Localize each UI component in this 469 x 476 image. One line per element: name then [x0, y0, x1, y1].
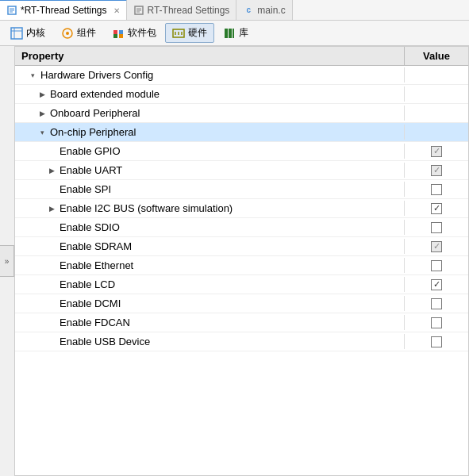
row-property: Enable USB Device — [15, 334, 405, 349]
row-label: Enable I2C BUS (software simulation) — [60, 202, 233, 214]
row-label: Enable FDCAN — [60, 317, 130, 328]
collapse-arrow-icon: » — [5, 257, 10, 266]
row-value[interactable] — [405, 144, 468, 159]
row-value[interactable] — [405, 202, 468, 216]
svg-rect-16 — [119, 34, 123, 38]
checkbox-enable-dcmi[interactable] — [431, 298, 442, 309]
row-value — [405, 131, 468, 134]
toolbar-package-label: 软件包 — [128, 26, 156, 40]
row-value[interactable] — [405, 240, 468, 254]
toolbar-component-btn[interactable]: 组件 — [54, 23, 103, 43]
kernel-icon — [10, 27, 23, 40]
row-property: Enable SDIO — [15, 220, 405, 235]
table-row[interactable]: Enable SPI — [15, 180, 468, 199]
row-label: Enable SDIO — [60, 221, 120, 233]
row-property: ▶ Enable UART — [15, 163, 405, 178]
row-property: ▾ On-chip Peripheral — [15, 125, 405, 140]
toolbar-lib-btn[interactable]: 库 — [216, 23, 256, 43]
row-value[interactable] — [405, 182, 468, 197]
table-row[interactable]: Enable SDRAM — [15, 237, 468, 256]
row-value[interactable] — [405, 259, 468, 273]
row-property: Enable GPIO — [15, 144, 405, 159]
expand-right-icon[interactable]: ▶ — [47, 166, 56, 175]
table-row[interactable]: Enable DCMI — [15, 294, 468, 313]
row-label: Enable GPIO — [60, 145, 121, 157]
row-value[interactable] — [405, 221, 468, 235]
tab-active-label: *RT-Thread Settings — [21, 5, 107, 16]
checkbox-enable-uart[interactable] — [431, 165, 442, 176]
row-label: Hardware Drivers Config — [40, 69, 153, 81]
table-row[interactable]: ▾ Hardware Drivers Config — [15, 66, 468, 85]
checkbox-enable-spi[interactable] — [431, 184, 442, 195]
checkbox-enable-fdcan[interactable] — [431, 317, 442, 328]
svg-rect-23 — [233, 29, 234, 38]
checkbox-enable-sdram[interactable] — [431, 241, 442, 252]
tab-main-c[interactable]: c main.c — [236, 0, 292, 20]
row-value[interactable] — [405, 278, 468, 292]
table-row[interactable]: Enable GPIO — [15, 142, 468, 161]
table-row[interactable]: Enable SDIO — [15, 218, 468, 237]
tab-active-close[interactable]: ✕ — [113, 6, 120, 15]
main-content: » Property Value ▾ Hardware Drivers Conf… — [0, 46, 469, 476]
table-row[interactable]: Enable Ethernet — [15, 256, 468, 275]
hardware-icon — [172, 27, 185, 40]
expand-down-icon[interactable]: ▾ — [28, 71, 37, 80]
row-label: Enable Ethernet — [60, 259, 133, 271]
row-property: Enable SDRAM — [15, 239, 405, 254]
row-label: Board extended module — [50, 88, 160, 100]
row-property: ▾ Hardware Drivers Config — [15, 67, 405, 83]
table-row[interactable]: Enable LCD — [15, 275, 468, 294]
table-row[interactable]: ▾ On-chip Peripheral — [15, 123, 468, 142]
tab-active-settings[interactable]: *RT-Thread Settings ✕ — [0, 0, 127, 20]
tab-main-c-label: main.c — [257, 5, 285, 16]
settings-icon-active — [6, 5, 17, 16]
settings-icon-inactive — [133, 5, 144, 16]
collapse-arrow-btn[interactable]: » — [0, 245, 14, 277]
table-row[interactable]: ▶ Enable I2C BUS (software simulation) — [15, 199, 468, 218]
toolbar-package-btn[interactable]: 软件包 — [105, 23, 163, 43]
row-value[interactable] — [405, 297, 468, 311]
toolbar-hardware-btn[interactable]: 硬件 — [165, 23, 214, 43]
row-label: Enable LCD — [60, 278, 115, 290]
toolbar-lib-label: 库 — [239, 26, 248, 40]
toolbar-kernel-btn[interactable]: 内核 — [3, 23, 52, 43]
expand-right-icon[interactable]: ▶ — [37, 90, 47, 99]
row-label: Onboard Peripheral — [50, 107, 140, 119]
row-property: Enable FDCAN — [15, 315, 405, 330]
svg-point-12 — [66, 32, 69, 35]
svg-rect-15 — [113, 34, 117, 38]
expand-down-icon[interactable]: ▾ — [37, 128, 47, 137]
row-label: On-chip Peripheral — [50, 126, 136, 138]
table-row[interactable]: ▶ Onboard Peripheral — [15, 104, 468, 123]
checkbox-enable-gpio[interactable] — [431, 146, 442, 157]
tree-table: Property Value ▾ Hardware Drivers Config… — [14, 46, 469, 476]
row-property: Enable DCMI — [15, 296, 405, 311]
checkbox-enable-ethernet[interactable] — [431, 260, 442, 271]
header-value: Value — [405, 47, 468, 65]
row-value[interactable] — [405, 163, 468, 178]
checkbox-enable-lcd[interactable] — [431, 279, 442, 290]
row-property: ▶ Onboard Peripheral — [15, 106, 405, 121]
row-value — [405, 93, 468, 96]
svg-rect-8 — [11, 28, 22, 39]
row-value[interactable] — [405, 316, 468, 330]
checkbox-enable-sdio[interactable] — [431, 222, 442, 233]
table-row[interactable]: ▶ Board extended module — [15, 85, 468, 104]
lib-icon — [223, 27, 236, 40]
row-value[interactable] — [405, 335, 468, 349]
checkbox-enable-i2c[interactable] — [431, 203, 442, 214]
expand-right-icon[interactable]: ▶ — [47, 204, 56, 213]
checkbox-enable-usb[interactable] — [431, 336, 442, 347]
row-property: Enable LCD — [15, 277, 405, 292]
row-label: Enable DCMI — [60, 298, 121, 309]
table-row[interactable]: ▶ Enable UART — [15, 161, 468, 180]
tab-bar: *RT-Thread Settings ✕ RT-Thread Settings… — [0, 0, 469, 21]
tab-inactive-settings[interactable]: RT-Thread Settings — [127, 0, 237, 20]
table-row[interactable]: Enable USB Device — [15, 332, 468, 351]
table-row[interactable]: Enable FDCAN — [15, 313, 468, 332]
expand-right-icon[interactable]: ▶ — [37, 109, 47, 118]
row-property: Enable SPI — [15, 182, 405, 197]
row-property: Enable Ethernet — [15, 258, 405, 273]
row-property: ▶ Board extended module — [15, 86, 405, 102]
toolbar-component-label: 组件 — [77, 26, 96, 40]
